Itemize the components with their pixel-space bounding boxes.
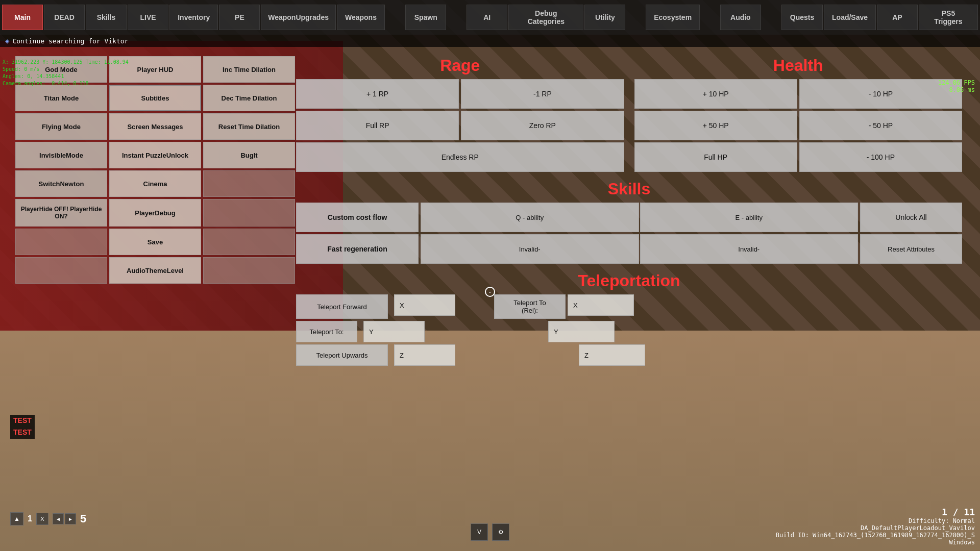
ammo-total: 11 [964,507,975,517]
fps-ms: 8.06 ms [938,86,975,93]
btn-fast-regen[interactable]: Fast regeneration [296,234,419,264]
btn-endless-rp[interactable]: Endless RP [296,142,624,172]
btn-reset-time[interactable]: Reset Time Dilation [203,113,295,140]
build-id-text: Build ID: Win64_162743_(152760_161989_16… [776,532,975,539]
btn-full-rp[interactable]: Full RP [296,111,459,140]
btn-instant-puzzle[interactable]: Instant PuzzleUnlock [109,142,201,168]
tab-spawn[interactable]: Spawn [405,5,446,30]
tab-ap[interactable]: AP [877,5,918,30]
tab-loadsave[interactable]: Load/Save [824,5,876,30]
teleport-to-label: Teleport To: [296,321,357,342]
tab-pe[interactable]: PE [219,5,260,30]
btn-player-debug[interactable]: PlayerDebug [109,199,201,227]
invalid-group: Invalid- Invalid- [421,234,858,264]
btn-custom-cost-flow[interactable]: Custom cost flow [296,203,419,232]
btn-teleport-forward[interactable]: Teleport Forward [296,294,388,319]
teleport-z1-input[interactable] [394,344,455,366]
btn-audio-theme[interactable]: AudioThemeLevel [109,257,201,284]
tab-ps5[interactable]: PS5 Triggers [919,5,978,30]
nav-separator-4 [701,5,719,30]
teleport-y2-input[interactable] [548,321,615,342]
rage-bottom-row: Endless RP [296,142,624,172]
nav-separator-1 [386,5,404,30]
tab-dead[interactable]: DEAD [44,5,85,30]
tab-ai[interactable]: AI [467,5,507,30]
tab-audio[interactable]: Audio [720,5,761,30]
btn-zero-rp[interactable]: Zero RP [461,111,624,140]
teleport-z2-input[interactable] [579,344,645,366]
dpad-up[interactable]: ▲ [10,512,23,525]
icon-v[interactable]: V [471,523,488,541]
health-section: Health + 10 HP - 10 HP + 50 HP - 50 HP F… [634,56,963,172]
dpad-left[interactable]: ◄ [53,513,64,524]
teleport-x1-input[interactable] [394,294,455,316]
tab-weaponupgrades[interactable]: WeaponUpgrades [261,5,335,30]
btn-dec-time[interactable]: Dec Time Dilation [203,85,295,111]
skills-section: Skills Custom cost flow Q - ability E - … [296,180,962,264]
dpad-lr: ◄ ► [53,513,76,524]
tab-debug[interactable]: Debug Categories [508,5,583,30]
btn-titan-mode[interactable]: Titan Mode [15,85,107,111]
btn-cinema[interactable]: Cinema [109,170,201,197]
btn-full-hp[interactable]: Full HP [634,142,797,172]
btn-invisible-mode[interactable]: InvisibleMode [15,142,107,168]
rage-grid: + 1 RP -1 RP Full RP Zero RP [296,79,624,140]
btn-subtitles[interactable]: Subtitles [109,85,201,111]
tab-weapons[interactable]: Weapons [337,5,385,30]
btn-plus-1rp[interactable]: + 1 RP [296,79,459,109]
btn-empty-3 [15,229,107,255]
dpad: ▲ [10,512,23,525]
btn-teleport-upwards[interactable]: Teleport Upwards [296,344,388,366]
search-hint: ◈ Continue searching for Viktor [5,37,975,45]
btn-flying-mode[interactable]: Flying Mode [15,113,107,140]
test-text-1: TEST [10,415,35,427]
right-panels: Rage + 1 RP -1 RP Full RP Zero RP Endles… [296,56,962,368]
nav-separator-3 [626,5,645,30]
btn-save[interactable]: Save [109,229,201,255]
tab-live[interactable]: LIVE [128,5,168,30]
icon-settings[interactable]: ⚙ [492,523,509,541]
btn-plus-10hp[interactable]: + 10 HP [634,79,797,109]
btn-invalid-1[interactable]: Invalid- [421,234,639,264]
btn-unlock-all[interactable]: Unlock All [860,203,962,232]
tab-quests[interactable]: Quests [781,5,823,30]
ammo-reserve: 5 [80,512,86,525]
btn-reset-attributes[interactable]: Reset Attributes [860,234,962,264]
debug-line-1: X: 31962.223 Y: 184300.125 Time: 11.08.9… [3,59,129,66]
bottom-left-hud: ▲ 1 X ◄ ► 5 [10,512,86,525]
bottom-right-info: 1 / 11 Difficulty: Normal DA_DefaultPlay… [776,507,975,546]
btn-minus-50hp[interactable]: - 50 HP [799,111,962,140]
test-badge: TEST TEST [10,415,35,439]
dpad-right[interactable]: ► [65,513,76,524]
btn-switch-newton[interactable]: SwitchNewton [15,170,107,197]
btn-inc-time[interactable]: Inc Time Dilation [203,56,295,83]
debug-line-2: Speed: 0 m/s [3,66,129,73]
teleport-row-3: Teleport Upwards [296,344,962,366]
teleportation-section: Teleportation Teleport Forward Teleport … [296,271,962,366]
tab-ecosystem[interactable]: Ecosystem [646,5,699,30]
btn-screen-messages[interactable]: Screen Messages [109,113,201,140]
rage-section: Rage + 1 RP -1 RP Full RP Zero RP Endles… [296,56,624,172]
btn-player-hide[interactable]: PlayerHide OFF! PlayerHide ON? [15,199,107,227]
debug-line-3: Angles: 0, 14.358441 [3,73,129,80]
tab-skills[interactable]: Skills [86,5,127,30]
btn-bugit[interactable]: BugIt [203,142,295,168]
btn-invalid-2[interactable]: Invalid- [640,234,859,264]
tab-utility[interactable]: Utility [584,5,625,30]
btn-q-ability[interactable]: Q - ability [421,203,639,232]
skills-row-1: Custom cost flow Q - ability E - ability… [296,203,962,232]
tab-main[interactable]: Main [2,5,43,30]
btn-minus-100hp[interactable]: - 100 HP [799,142,962,172]
teleport-x2-input[interactable] [568,294,634,316]
btn-minus-1rp[interactable]: -1 RP [461,79,624,109]
health-title: Health [634,56,963,75]
teleport-y1-input[interactable] [363,321,425,342]
platform-text: Windows [776,539,975,546]
bottom-center-icons: V ⚙ [471,523,509,541]
btn-e-ability[interactable]: E - ability [640,203,859,232]
ammo-num: 1 [942,507,947,517]
tab-inventory[interactable]: Inventory [169,5,218,30]
fps-counter: 124.06 FPS 8.06 ms [938,79,975,93]
btn-plus-50hp[interactable]: + 50 HP [634,111,797,140]
ui-overlay: Main DEAD Skills LIVE Inventory PE Weapo… [0,0,980,551]
